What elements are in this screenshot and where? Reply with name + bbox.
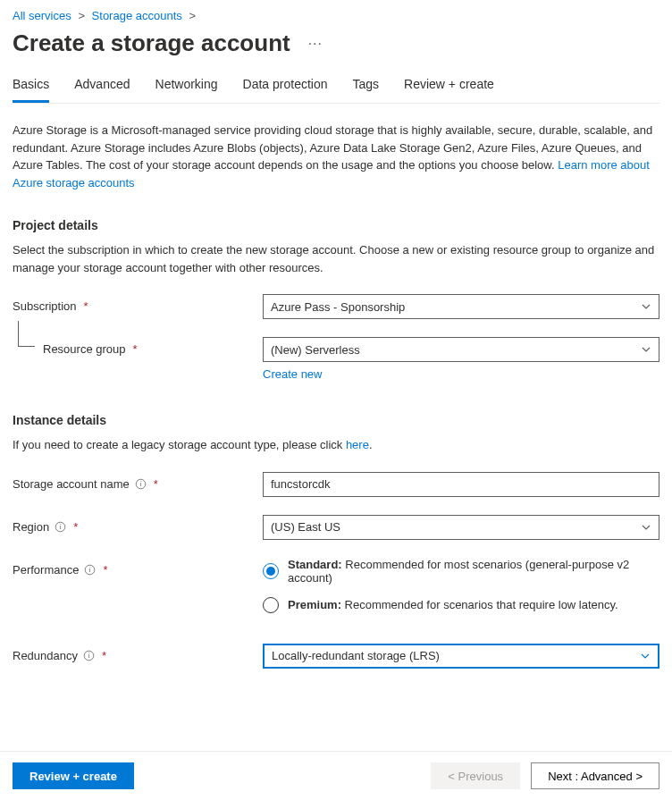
tab-review-create[interactable]: Review + create [404, 77, 494, 103]
subscription-select[interactable]: Azure Pass - Sponsorship [263, 294, 659, 319]
info-icon[interactable]: i [55, 521, 66, 533]
info-icon[interactable]: i [84, 564, 96, 576]
info-icon[interactable]: i [83, 650, 95, 661]
intro-text: Azure Storage is a Microsoft-managed ser… [13, 122, 659, 191]
redundancy-value: Locally-redundant storage (LRS) [272, 649, 440, 662]
chevron-down-icon [641, 522, 651, 533]
label-redundancy: Redundancy i * [13, 644, 263, 662]
tab-data-protection[interactable]: Data protection [243, 77, 328, 103]
tab-bar: Basics Advanced Networking Data protecti… [13, 77, 659, 104]
next-button[interactable]: Next : Advanced > [531, 762, 659, 789]
chevron-right-icon: > [78, 9, 85, 22]
radio-premium-label: Premium: Recommended for scenarios that … [288, 598, 618, 611]
previous-button: < Previous [431, 762, 520, 789]
label-resource-group: Resource group* [13, 337, 263, 356]
label-subscription: Subscription* [13, 294, 263, 313]
tab-networking[interactable]: Networking [155, 77, 218, 103]
review-create-button[interactable]: Review + create [13, 762, 134, 789]
create-new-link[interactable]: Create new [263, 367, 322, 381]
svg-text:i: i [88, 652, 89, 660]
chevron-down-icon [640, 651, 651, 661]
section-desc-instance: If you need to create a legacy storage a… [13, 436, 659, 454]
tab-tags[interactable]: Tags [353, 77, 380, 103]
section-desc-project: Select the subscription in which to crea… [13, 241, 659, 276]
radio-standard[interactable] [263, 563, 279, 579]
section-title-project: Project details [13, 218, 659, 232]
resource-group-select[interactable]: (New) Serverless [263, 337, 659, 362]
region-value: (US) East US [271, 520, 340, 534]
chevron-right-icon: > [189, 9, 196, 22]
breadcrumb: All services > Storage accounts > [13, 9, 659, 22]
storage-name-input[interactable] [263, 472, 659, 497]
chevron-down-icon [641, 344, 651, 355]
svg-text:i: i [60, 523, 62, 531]
tab-basics[interactable]: Basics [13, 77, 49, 103]
wizard-footer: Review + create < Previous Next : Advanc… [0, 751, 672, 800]
breadcrumb-link-storage-accounts[interactable]: Storage accounts [92, 9, 182, 22]
radio-premium[interactable] [263, 597, 279, 613]
section-title-instance: Instance details [13, 413, 659, 427]
legacy-here-link[interactable]: here [346, 438, 369, 451]
svg-text:i: i [89, 566, 91, 574]
label-region: Region i * [13, 515, 263, 534]
label-performance: Performance i * [13, 558, 263, 577]
svg-text:i: i [139, 480, 141, 488]
redundancy-select[interactable]: Locally-redundant storage (LRS) [263, 644, 659, 669]
tab-advanced[interactable]: Advanced [74, 77, 130, 103]
info-icon[interactable]: i [135, 478, 147, 490]
resource-group-value: (New) Serverless [271, 343, 360, 357]
page-title: Create a storage account [13, 29, 290, 57]
region-select[interactable]: (US) East US [263, 515, 659, 540]
chevron-down-icon [641, 301, 651, 312]
subscription-value: Azure Pass - Sponsorship [271, 300, 405, 314]
more-icon[interactable]: ··· [308, 36, 323, 52]
breadcrumb-link-all-services[interactable]: All services [13, 9, 71, 22]
label-storage-name: Storage account name i * [13, 472, 263, 491]
radio-standard-label: Standard: Recommended for most scenarios… [288, 558, 659, 585]
